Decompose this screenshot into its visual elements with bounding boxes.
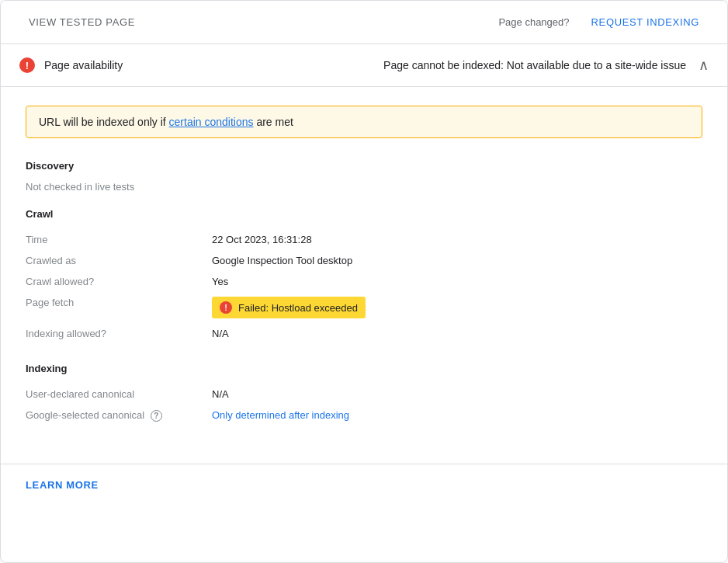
discovery-header: Discovery	[26, 160, 702, 172]
discovery-value: Not checked in live tests	[26, 181, 702, 193]
crawl-allowed-val: Yes	[212, 276, 228, 287]
warning-suffix: are met	[254, 116, 293, 128]
crawl-time-val: 22 Oct 2023, 16:31:28	[212, 234, 312, 245]
view-tested-page-button[interactable]: VIEW TESTED PAGE	[19, 10, 144, 34]
availability-row: ! Page availability Page cannot be index…	[1, 44, 727, 87]
learn-more-button[interactable]: LEARN MORE	[26, 479, 99, 491]
toolbar-left: VIEW TESTED PAGE	[19, 10, 144, 34]
discovery-section: Discovery Not checked in live tests	[26, 160, 702, 193]
indexing-table: User-declared canonical N/A Google-selec…	[26, 384, 702, 426]
indexing-allowed-row: Indexing allowed? N/A	[26, 323, 702, 344]
crawl-time-key: Time	[26, 234, 212, 245]
help-icon[interactable]: ?	[151, 410, 162, 422]
availability-label: Page availability	[44, 59, 123, 71]
crawled-as-val: Google Inspection Tool desktop	[212, 255, 352, 266]
learn-more-footer: LEARN MORE	[1, 464, 727, 505]
user-canonical-key: User-declared canonical	[26, 388, 212, 400]
crawl-header: Crawl	[26, 208, 702, 220]
google-canonical-row: Google-selected canonical ? Only determi…	[26, 405, 702, 426]
page-fetch-key: Page fetch	[26, 297, 212, 308]
crawl-allowed-row: Crawl allowed? Yes	[26, 271, 702, 292]
page-fetch-highlight: ! Failed: Hostload exceeded	[212, 297, 366, 318]
indexing-allowed-key: Indexing allowed?	[26, 328, 212, 339]
collapse-icon[interactable]: ∧	[699, 57, 709, 74]
user-canonical-row: User-declared canonical N/A	[26, 384, 702, 405]
indexing-header: Indexing	[26, 363, 702, 374]
user-canonical-val: N/A	[212, 388, 229, 400]
google-canonical-key: Google-selected canonical ?	[26, 409, 212, 422]
crawled-as-row: Crawled as Google Inspection Tool deskto…	[26, 250, 702, 271]
toolbar: VIEW TESTED PAGE Page changed? REQUEST I…	[1, 1, 727, 44]
crawl-allowed-key: Crawl allowed?	[26, 276, 212, 287]
warning-banner: URL will be indexed only if certain cond…	[26, 106, 702, 138]
indexing-section: Indexing User-declared canonical N/A Goo…	[26, 363, 702, 426]
details-area: URL will be indexed only if certain cond…	[1, 87, 727, 464]
crawl-table: Time 22 Oct 2023, 16:31:28 Crawled as Go…	[26, 229, 702, 344]
certain-conditions-link[interactable]: certain conditions	[169, 116, 254, 128]
toolbar-right: Page changed? REQUEST INDEXING	[498, 10, 709, 34]
request-indexing-button[interactable]: REQUEST INDEXING	[582, 10, 709, 34]
page-changed-label: Page changed?	[498, 16, 569, 28]
crawled-as-key: Crawled as	[26, 255, 212, 266]
availability-right: Page cannot be indexed: Not available du…	[383, 57, 709, 74]
page-fetch-val: Failed: Hostload exceeded	[238, 302, 358, 314]
indexing-allowed-val: N/A	[212, 328, 229, 339]
error-icon: !	[19, 57, 35, 73]
availability-left: ! Page availability	[19, 57, 123, 73]
google-canonical-val: Only determined after indexing	[212, 409, 349, 421]
page-fetch-row: Page fetch ! Failed: Hostload exceeded	[26, 292, 702, 323]
fetch-error-icon: !	[220, 301, 232, 314]
availability-status: Page cannot be indexed: Not available du…	[383, 59, 686, 71]
warning-prefix: URL will be indexed only if	[39, 116, 169, 128]
crawl-time-row: Time 22 Oct 2023, 16:31:28	[26, 229, 702, 250]
crawl-section: Crawl Time 22 Oct 2023, 16:31:28 Crawled…	[26, 208, 702, 344]
